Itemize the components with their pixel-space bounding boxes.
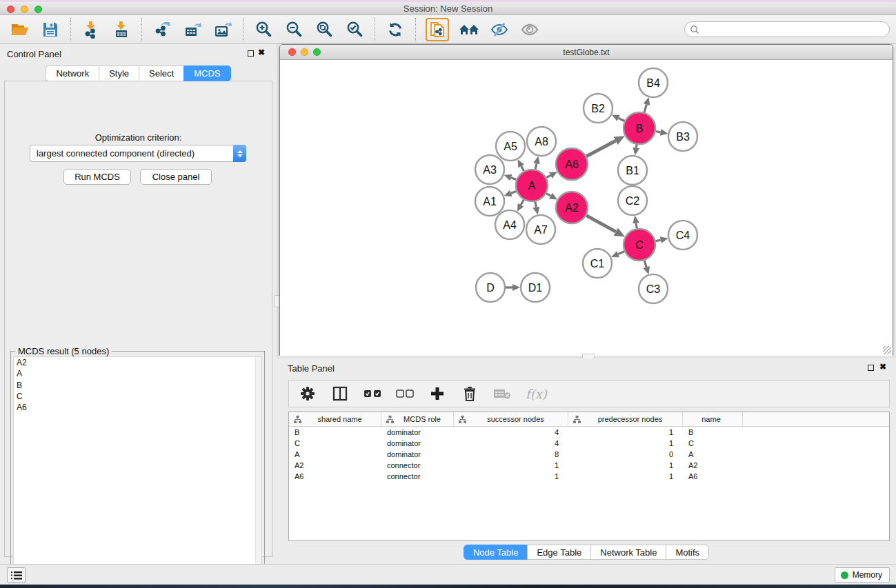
node-D[interactable]: D (476, 273, 505, 302)
tab-node-table[interactable]: Node Table (464, 545, 528, 560)
zoom-selected-icon[interactable] (344, 19, 365, 40)
node-A5[interactable]: A5 (496, 132, 525, 161)
close-panel-icon[interactable]: ✖ (879, 362, 886, 372)
node-B2[interactable]: B2 (584, 94, 613, 123)
column-header-MCDS-role[interactable]: MCDS role (381, 412, 454, 426)
node-B1[interactable]: B1 (618, 156, 647, 185)
tab-motifs[interactable]: Motifs (666, 545, 709, 560)
save-session-icon[interactable] (40, 19, 61, 40)
column-header-shared-name[interactable]: shared name (289, 412, 381, 426)
mcds-result-list[interactable]: A2ABCA6 (13, 356, 262, 586)
node-A7[interactable]: A7 (526, 215, 555, 244)
result-list-item[interactable]: B (14, 380, 261, 391)
hide-eye-icon[interactable] (489, 19, 510, 40)
gear-icon[interactable] (299, 385, 317, 403)
task-history-button[interactable] (7, 567, 26, 583)
edge-B-B3[interactable] (656, 131, 661, 132)
edge-C-C1[interactable] (618, 252, 624, 254)
node-C4[interactable]: C4 (668, 221, 697, 250)
node-B4[interactable]: B4 (639, 68, 668, 97)
window-resize-grip[interactable] (883, 346, 891, 354)
select-all-icon[interactable] (364, 385, 381, 403)
float-panel-icon[interactable] (248, 50, 254, 57)
table-row[interactable]: A6connector11A6 (289, 471, 889, 482)
node-table[interactable]: shared nameMCDS rolesuccessor nodesprede… (288, 412, 890, 541)
node-B3[interactable]: B3 (668, 122, 697, 151)
network-canvas[interactable]: B4B2BB3A8A5A6A3B1AA1C2A2A4A7C4CC1C3DD1 (280, 60, 893, 356)
node-A1[interactable]: A1 (475, 187, 504, 216)
result-list-item[interactable]: C (14, 391, 261, 402)
edge-A-A6[interactable] (546, 175, 550, 177)
refresh-icon[interactable] (385, 19, 406, 40)
node-C3[interactable]: C3 (639, 274, 668, 303)
open-file-icon[interactable] (10, 19, 30, 40)
export-table-icon[interactable] (182, 19, 203, 40)
window-titlebar[interactable]: Session: New Session (0, 2, 896, 15)
tab-network-table[interactable]: Network Table (590, 545, 666, 560)
tab-edge-table[interactable]: Edge Table (527, 545, 590, 560)
node-A6[interactable]: A6 (556, 148, 588, 180)
edge-A-A7[interactable] (535, 202, 537, 207)
edge-A6-B[interactable] (586, 141, 615, 156)
unselect-all-icon[interactable] (396, 385, 414, 403)
edge-A-A8[interactable] (535, 163, 537, 169)
edge-C-C2[interactable] (636, 223, 637, 229)
edge-A-A4[interactable] (521, 200, 524, 205)
home-icon[interactable] (459, 19, 479, 40)
eye-icon[interactable] (519, 19, 540, 40)
import-table-icon[interactable] (111, 19, 132, 40)
tab-style[interactable]: Style (99, 65, 139, 81)
zoom-fit-icon[interactable] (314, 19, 335, 40)
tab-network[interactable]: Network (46, 65, 99, 81)
result-list-item[interactable]: A6 (14, 402, 261, 413)
export-network-icon[interactable] (152, 19, 172, 40)
table-row[interactable]: Cdominator41C (289, 438, 889, 449)
table-row[interactable]: A2connector11A2 (289, 460, 889, 471)
node-C[interactable]: C (624, 229, 655, 261)
edge-B-B4[interactable] (644, 105, 646, 112)
edge-A-A5[interactable] (521, 166, 524, 171)
node-A3[interactable]: A3 (475, 155, 504, 184)
tab-mcds[interactable]: MCDS (183, 65, 230, 81)
node-B[interactable]: B (624, 112, 655, 144)
result-list-item[interactable]: A (14, 368, 261, 379)
node-A2[interactable]: A2 (556, 192, 588, 223)
edge-A-A2[interactable] (546, 194, 550, 196)
edge-B-B1[interactable] (636, 145, 637, 148)
zoom-in-icon[interactable] (253, 19, 274, 40)
node-A4[interactable]: A4 (495, 210, 524, 239)
node-A8[interactable]: A8 (527, 127, 556, 156)
node-D1[interactable]: D1 (521, 273, 550, 302)
close-panel-button[interactable]: Close panel (140, 169, 212, 185)
table-row[interactable]: Adominator80A (289, 449, 889, 460)
result-list-item[interactable]: A2 (14, 357, 261, 368)
criterion-select[interactable]: largest connected component (directed) (30, 145, 246, 162)
close-panel-icon[interactable]: ✖ (258, 48, 265, 57)
split-columns-icon[interactable] (331, 385, 349, 403)
edge-C-C3[interactable] (644, 261, 646, 267)
node-C1[interactable]: C1 (583, 249, 612, 278)
edge-B-B2[interactable] (619, 118, 625, 121)
edge-A-A3[interactable] (511, 178, 517, 180)
column-header-successor-nodes[interactable]: successor nodes (454, 412, 568, 426)
memory-button[interactable]: Memory (835, 567, 890, 582)
float-panel-icon[interactable] (868, 365, 874, 371)
import-network-icon[interactable] (81, 19, 101, 40)
tab-select[interactable]: Select (139, 65, 183, 81)
node-C2[interactable]: C2 (618, 186, 647, 215)
share-document-icon[interactable] (426, 18, 449, 41)
export-image-icon[interactable] (212, 19, 233, 40)
run-mcds-button[interactable]: Run MCDS (63, 169, 131, 185)
edge-C-C4[interactable] (655, 240, 660, 241)
network-window-titlebar[interactable]: testGlobe.txt (280, 45, 893, 60)
edge-A-A1[interactable] (511, 191, 517, 193)
add-column-icon[interactable] (428, 385, 446, 403)
delete-column-icon[interactable] (461, 385, 479, 403)
table-row[interactable]: Bdominator41B (289, 427, 889, 438)
node-A[interactable]: A (516, 170, 548, 201)
edge-A2-C[interactable] (586, 216, 616, 232)
zoom-out-icon[interactable] (283, 19, 304, 40)
column-header-name[interactable]: name (683, 412, 743, 426)
result-scrollbar[interactable] (255, 357, 261, 585)
column-header-predecessor-nodes[interactable]: predecessor nodes (568, 412, 683, 426)
